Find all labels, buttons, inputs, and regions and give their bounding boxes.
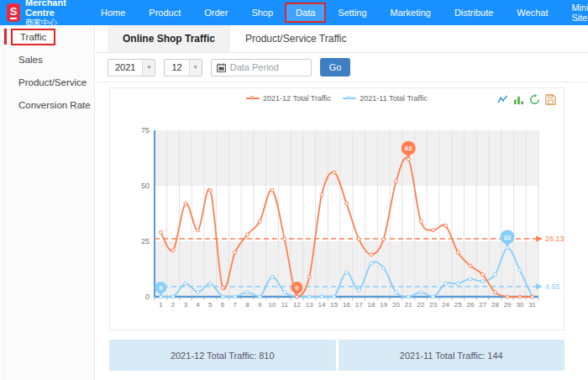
svg-text:30: 30 <box>516 301 523 309</box>
svg-text:15: 15 <box>330 301 338 309</box>
svg-text:16: 16 <box>343 301 350 309</box>
legend-label: 2021-12 Total Traffic <box>263 94 331 103</box>
logo-s-icon: S <box>7 3 20 22</box>
legend-label: 2021-11 Total Traffic <box>360 94 428 103</box>
nav-item-order[interactable]: Order <box>192 8 239 18</box>
sidebar-item-sales[interactable]: Sales <box>0 48 94 71</box>
main-content: Online Shop Traffic Product/Service Traf… <box>96 25 588 380</box>
svg-text:0: 0 <box>145 293 150 301</box>
svg-text:10: 10 <box>269 301 276 309</box>
svg-text:27: 27 <box>479 301 486 309</box>
svg-text:22: 22 <box>417 301 425 309</box>
svg-text:25: 25 <box>454 301 462 309</box>
sidebar-item-product-service[interactable]: Product/Service <box>0 71 94 93</box>
svg-text:28: 28 <box>491 301 499 309</box>
sidebar-item-conversion-rate[interactable]: Conversion Rate <box>0 93 94 116</box>
refresh-icon[interactable] <box>529 94 540 105</box>
svg-text:0: 0 <box>295 284 298 292</box>
svg-text:12: 12 <box>293 301 301 309</box>
summary-total-2021-12: 2021-12 Total Traffic: 810 <box>109 340 336 371</box>
top-nav: Home Product Order Shop Data Setting Mar… <box>89 0 588 25</box>
summary-row: 2021-12 Total Traffic: 810 2021-11 Total… <box>109 340 564 371</box>
svg-text:17: 17 <box>355 301 363 309</box>
traffic-tabbar: Online Shop Traffic Product/Service Traf… <box>96 25 588 53</box>
bar-chart-icon[interactable] <box>513 94 524 105</box>
nav-item-product[interactable]: Product <box>137 8 192 18</box>
svg-text:5: 5 <box>208 301 213 309</box>
nav-item-shop[interactable]: Shop <box>239 8 285 18</box>
chevron-down-icon: ▼ <box>142 60 155 76</box>
sidebar-item-label: Traffic <box>11 29 55 45</box>
legend-line-marker <box>343 98 356 99</box>
svg-text:0: 0 <box>159 284 162 292</box>
tab-online-shop-traffic[interactable]: Online Shop Traffic <box>108 25 230 52</box>
nav-item-wechat[interactable]: Wechat <box>505 8 559 18</box>
svg-text:2: 2 <box>171 301 176 309</box>
svg-text:4.65: 4.65 <box>545 282 560 291</box>
svg-text:14: 14 <box>318 301 326 309</box>
data-period-field[interactable] <box>211 59 312 77</box>
svg-text:4: 4 <box>196 301 200 309</box>
svg-text:11: 11 <box>281 301 289 309</box>
svg-text:18: 18 <box>368 301 375 309</box>
logo-title: Merchant Centre <box>25 0 81 18</box>
nav-item-data[interactable]: Data <box>285 3 326 23</box>
summary-total-2021-11: 2021-11 Total Traffic: 144 <box>339 340 565 371</box>
svg-text:25: 25 <box>141 237 150 245</box>
go-button[interactable]: Go <box>320 58 351 77</box>
data-period-input[interactable] <box>230 62 302 72</box>
nav-item-home[interactable]: Home <box>89 8 137 18</box>
svg-text:26: 26 <box>466 301 474 309</box>
sidebar: Traffic Sales Product/Service Conversion… <box>0 25 95 380</box>
svg-text:24: 24 <box>442 301 449 309</box>
svg-text:3: 3 <box>184 301 188 309</box>
legend-item-2021-12[interactable]: 2021-12 Total Traffic <box>246 94 331 103</box>
year-select-value: 2021 <box>108 60 142 76</box>
svg-text:7: 7 <box>234 301 238 309</box>
svg-text:6: 6 <box>221 301 225 309</box>
nav-item-mini-site[interactable]: Mini Site <box>559 3 588 23</box>
month-select[interactable]: 12 ▼ <box>164 59 202 77</box>
save-icon[interactable] <box>545 94 556 105</box>
svg-text:75: 75 <box>141 126 150 135</box>
year-select[interactable]: 2021 ▼ <box>108 59 155 77</box>
svg-text:9: 9 <box>258 301 262 309</box>
svg-text:22: 22 <box>504 234 512 241</box>
svg-text:26.13: 26.13 <box>545 235 564 243</box>
sidebar-item-label: Conversion Rate <box>18 100 91 110</box>
sidebar-item-traffic[interactable]: Traffic <box>0 25 94 48</box>
traffic-chart[interactable]: 0255075123456789101112131415161718192021… <box>110 107 565 327</box>
svg-text:8: 8 <box>245 301 249 309</box>
svg-text:50: 50 <box>141 182 150 190</box>
month-select-value: 12 <box>165 60 188 76</box>
app-header: S Merchant Centre 商家中心 Home Product Orde… <box>0 0 588 25</box>
sidebar-item-label: Sales <box>18 55 43 65</box>
svg-text:29: 29 <box>504 301 512 309</box>
calendar-icon <box>217 63 226 72</box>
svg-text:23: 23 <box>429 301 437 309</box>
svg-text:31: 31 <box>528 301 536 309</box>
legend-item-2021-11[interactable]: 2021-11 Total Traffic <box>343 94 428 103</box>
app-logo: S Merchant Centre 商家中心 <box>0 0 89 27</box>
svg-text:21: 21 <box>405 301 412 309</box>
nav-item-setting[interactable]: Setting <box>326 8 378 18</box>
nav-item-marketing[interactable]: Marketing <box>379 8 443 18</box>
svg-text:62: 62 <box>405 145 412 152</box>
tab-product-service-traffic[interactable]: Product/Service Traffic <box>230 25 362 52</box>
chart-toolbox <box>497 94 556 105</box>
filter-bar: 2021 ▼ 12 ▼ Go <box>96 53 588 82</box>
active-indicator <box>4 29 7 45</box>
svg-text:13: 13 <box>306 301 313 309</box>
svg-text:20: 20 <box>392 301 400 309</box>
nav-item-distribute[interactable]: Distribute <box>443 8 505 18</box>
svg-text:19: 19 <box>380 301 387 309</box>
sidebar-item-label: Product/Service <box>18 77 87 87</box>
chevron-down-icon: ▼ <box>189 60 202 76</box>
traffic-chart-card: 2021-12 Total Traffic 2021-11 Total Traf… <box>109 87 564 330</box>
chart-legend: 2021-12 Total Traffic 2021-11 Total Traf… <box>110 94 564 103</box>
svg-text:1: 1 <box>159 301 163 309</box>
line-chart-icon[interactable] <box>497 94 508 105</box>
legend-line-marker <box>246 98 260 99</box>
